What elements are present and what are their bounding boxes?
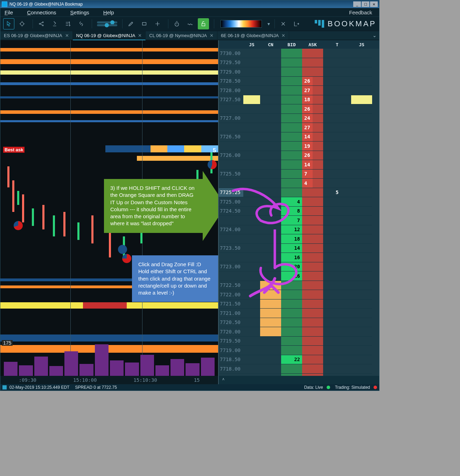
dom-bid-cell[interactable] bbox=[281, 299, 302, 309]
dom-js2-cell[interactable] bbox=[351, 114, 372, 123]
dom-js1-cell[interactable] bbox=[243, 86, 260, 95]
tool-waves[interactable] bbox=[184, 18, 196, 29]
dom-row[interactable]: 14 bbox=[219, 160, 379, 170]
dom-ask-cell[interactable]: 18 bbox=[302, 95, 323, 105]
dom-ask-cell[interactable] bbox=[302, 67, 323, 77]
dom-js1-cell[interactable] bbox=[243, 123, 260, 132]
dom-row[interactable]: 7729.00 bbox=[219, 67, 379, 77]
dom-ask-cell[interactable] bbox=[302, 364, 323, 374]
dom-ask-cell[interactable] bbox=[302, 337, 323, 346]
menu-settings[interactable]: Settings bbox=[70, 9, 89, 15]
tool-share[interactable] bbox=[36, 18, 47, 29]
dom-ask-cell[interactable]: 24 bbox=[302, 114, 323, 123]
dom-js1-cell[interactable] bbox=[243, 104, 260, 114]
dom-js1-cell[interactable] bbox=[243, 234, 260, 244]
dom-cn-cell[interactable] bbox=[260, 299, 281, 309]
dom-ask-cell[interactable] bbox=[302, 216, 323, 225]
dom-bid-cell[interactable] bbox=[281, 95, 302, 105]
dom-ask-cell[interactable] bbox=[302, 244, 323, 253]
tool-crosshair[interactable] bbox=[152, 18, 163, 29]
dom-js1-cell[interactable] bbox=[243, 337, 260, 346]
dom-js1-cell[interactable] bbox=[243, 309, 260, 318]
dom-js1-cell[interactable] bbox=[243, 77, 260, 86]
dom-cn-cell[interactable] bbox=[260, 253, 281, 262]
dom-bid-cell[interactable] bbox=[281, 179, 302, 188]
dom-row[interactable]: 19 bbox=[219, 142, 379, 151]
dom-ask-cell[interactable] bbox=[302, 188, 323, 198]
dom-bid-cell[interactable] bbox=[281, 364, 302, 374]
dom-js2-cell[interactable] bbox=[351, 318, 372, 327]
dom-cn-cell[interactable] bbox=[260, 188, 281, 198]
dom-js1-cell[interactable] bbox=[243, 262, 260, 272]
dom-ask-cell[interactable] bbox=[302, 262, 323, 272]
dom-js2-cell[interactable] bbox=[351, 355, 372, 365]
dom-cn-cell[interactable] bbox=[260, 309, 281, 318]
dom-cn-cell[interactable] bbox=[260, 67, 281, 77]
dom-bid-cell[interactable]: 16 bbox=[281, 271, 302, 281]
dom-cn-cell[interactable] bbox=[260, 114, 281, 123]
dom-cn-cell[interactable] bbox=[260, 77, 281, 86]
tool-pointer[interactable] bbox=[3, 18, 14, 29]
tool-close-x[interactable] bbox=[278, 18, 289, 29]
dom-js1-cell[interactable] bbox=[243, 160, 260, 170]
dom-row[interactable]: 7722.00 bbox=[219, 290, 379, 299]
dom-bid-cell[interactable] bbox=[281, 318, 302, 327]
dom-cn-cell[interactable] bbox=[260, 364, 281, 374]
menu-connections[interactable]: Connections bbox=[27, 9, 56, 15]
dom-bid-cell[interactable] bbox=[281, 104, 302, 114]
dom-cn-cell[interactable] bbox=[260, 337, 281, 346]
dom-js2-cell[interactable] bbox=[351, 142, 372, 151]
dom-cn-cell[interactable] bbox=[260, 271, 281, 281]
dom-js1-cell[interactable] bbox=[243, 364, 260, 374]
dom-js2-cell[interactable] bbox=[351, 77, 372, 86]
dom-bid-cell[interactable] bbox=[281, 290, 302, 299]
dom-js1-cell[interactable] bbox=[243, 49, 260, 58]
dom-bid-cell[interactable] bbox=[281, 281, 302, 290]
dom-js2-cell[interactable] bbox=[351, 364, 372, 374]
dom-js2-cell[interactable] bbox=[351, 197, 372, 207]
dom-row[interactable]: 7727.5018 bbox=[219, 95, 379, 105]
tool-orders[interactable] bbox=[62, 18, 74, 29]
dom-js2-cell[interactable] bbox=[351, 244, 372, 253]
dom-scroll-up-icon[interactable]: ＾ bbox=[221, 377, 226, 383]
dom-js2-cell[interactable] bbox=[351, 309, 372, 318]
dom-row[interactable]: 7719.50 bbox=[219, 337, 379, 346]
dom-js1-cell[interactable] bbox=[243, 216, 260, 225]
dom-bid-cell[interactable]: 12 bbox=[281, 225, 302, 235]
tool-pencil[interactable] bbox=[125, 18, 137, 29]
dom-ask-cell[interactable]: 7 bbox=[302, 170, 323, 179]
dom-row[interactable]: 7724.0012 bbox=[219, 225, 379, 235]
dom-cn-cell[interactable] bbox=[260, 318, 281, 327]
dom-ask-cell[interactable]: 14 bbox=[302, 132, 323, 142]
tool-rectangle[interactable] bbox=[139, 18, 150, 29]
dom-js2-cell[interactable] bbox=[351, 337, 372, 346]
dom-ask-cell[interactable] bbox=[302, 58, 323, 68]
dom-js1-cell[interactable] bbox=[243, 346, 260, 355]
dom-js2-cell[interactable] bbox=[351, 290, 372, 299]
tab-close-icon[interactable]: ✕ bbox=[281, 33, 285, 38]
dom-ask-cell[interactable] bbox=[302, 318, 323, 327]
dom-js2-cell[interactable] bbox=[351, 271, 372, 281]
dom-js1-cell[interactable] bbox=[243, 271, 260, 281]
dom-row[interactable]: 7 bbox=[219, 216, 379, 225]
dom-bid-cell[interactable] bbox=[281, 346, 302, 355]
heatmap-gradient[interactable] bbox=[221, 20, 262, 28]
dom-js1-cell[interactable] bbox=[243, 114, 260, 123]
dom-js2-cell[interactable] bbox=[351, 262, 372, 272]
tool-export[interactable] bbox=[291, 18, 302, 29]
dom-cn-cell[interactable] bbox=[260, 132, 281, 142]
dom-js1-cell[interactable] bbox=[243, 67, 260, 77]
dom-ask-cell[interactable] bbox=[302, 281, 323, 290]
dom-js2-cell[interactable] bbox=[351, 327, 372, 337]
dom-bid-cell[interactable] bbox=[281, 170, 302, 179]
dom-bid-cell[interactable]: 20 bbox=[281, 262, 302, 272]
dom-row[interactable]: 7724.508 bbox=[219, 207, 379, 216]
dom-row[interactable]: 7730.00 bbox=[219, 49, 379, 58]
dom-bid-cell[interactable] bbox=[281, 58, 302, 68]
dom-row[interactable]: 7723.0020 bbox=[219, 262, 379, 272]
dom-ask-cell[interactable] bbox=[302, 309, 323, 318]
window-maximize-button[interactable]: ☐ bbox=[362, 1, 369, 7]
tool-microscope[interactable] bbox=[49, 18, 60, 29]
dom-row[interactable]: 4 bbox=[219, 179, 379, 188]
dom-cn-cell[interactable] bbox=[260, 327, 281, 337]
